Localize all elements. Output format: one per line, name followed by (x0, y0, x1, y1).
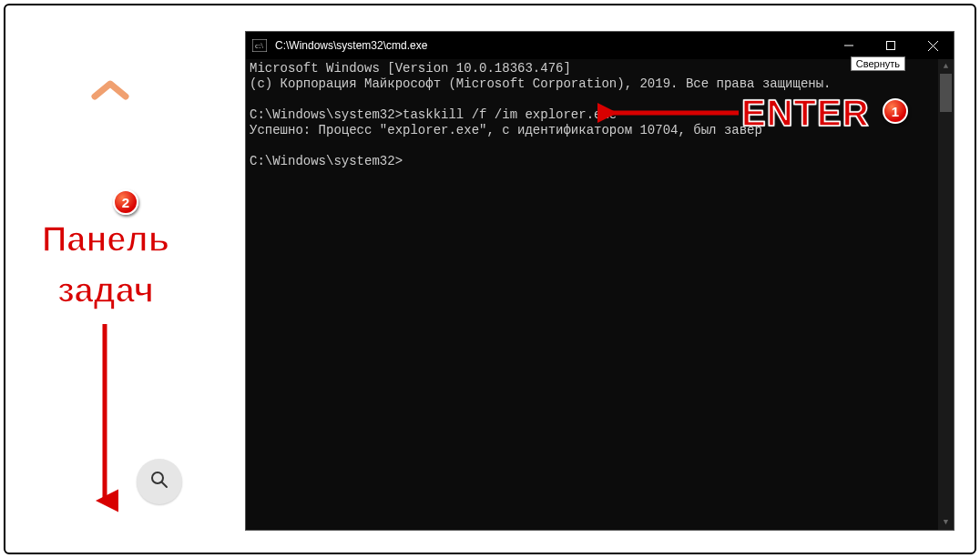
terminal-line: Microsoft Windows [Version 10.0.18363.47… (250, 61, 571, 76)
terminal-command: taskkill /f /im explorer.exe (403, 107, 617, 122)
vertical-scrollbar[interactable]: ▲ ▼ (938, 59, 954, 530)
expand-chevron-icon[interactable] (89, 76, 131, 104)
annotation-panel-line2: задач (27, 273, 184, 308)
terminal-prompt: C:\Windows\system32> (250, 107, 403, 122)
svg-line-1 (162, 482, 167, 487)
scroll-down-icon[interactable]: ▼ (938, 515, 954, 530)
minimize-tooltip: Свернуть (851, 56, 905, 71)
screenshot-frame: c:\ C:\Windows\system32\cmd.exe Microsof… (4, 4, 976, 554)
terminal-prompt: C:\Windows\system32> (250, 154, 403, 168)
annotation-panel-label: Панель задач (27, 222, 184, 308)
cmd-icon: c:\ (246, 32, 273, 59)
titlebar[interactable]: c:\ C:\Windows\system32\cmd.exe (246, 32, 954, 59)
minimize-button[interactable] (828, 32, 870, 59)
annotation-arrow-panel (91, 322, 118, 513)
terminal-line: Успешно: Процесс "explorer.exe", с идент… (250, 123, 762, 137)
scroll-up-icon[interactable]: ▲ (938, 59, 954, 74)
annotation-arrow-enter (597, 102, 743, 124)
maximize-button[interactable] (870, 32, 912, 59)
search-button[interactable] (137, 459, 182, 504)
annotation-panel-line1: Панель (27, 222, 184, 257)
window-title: C:\Windows\system32\cmd.exe (273, 32, 828, 59)
svg-rect-5 (887, 42, 895, 50)
svg-point-0 (152, 472, 163, 483)
annotation-badge-2: 2 (113, 189, 138, 215)
annotation-enter-label: ENTER (741, 95, 870, 131)
scroll-thumb[interactable] (940, 74, 952, 112)
terminal-line: (c) Корпорация Майкрософт (Microsoft Cor… (250, 76, 832, 91)
search-icon (150, 471, 168, 492)
svg-text:c:\: c:\ (255, 41, 263, 50)
annotation-badge-1: 1 (883, 98, 908, 124)
close-button[interactable] (912, 32, 954, 59)
